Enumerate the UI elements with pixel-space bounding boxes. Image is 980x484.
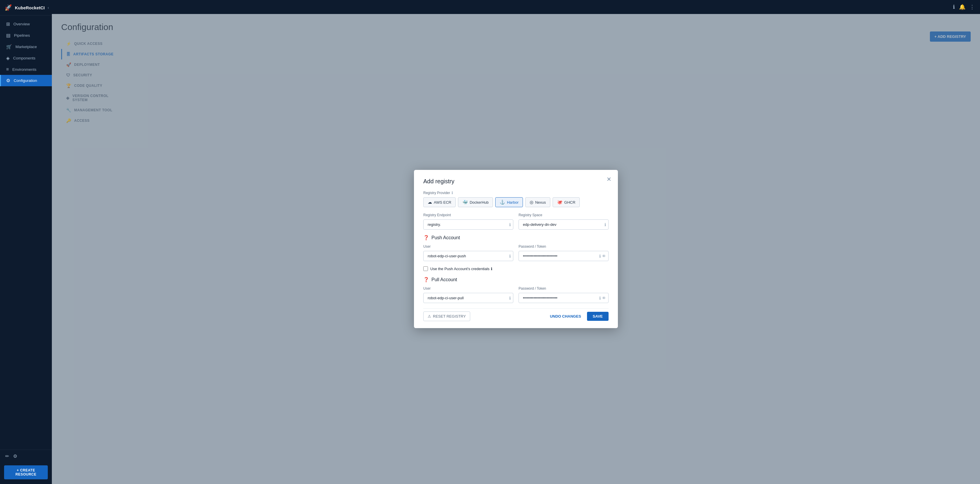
registry-endpoint-group: Registry Endpoint ℹ <box>423 213 513 229</box>
pull-credentials-row: User ℹ Password / Token ℹ <box>423 287 609 303</box>
endpoint-space-row: Registry Endpoint ℹ Registry Space <box>423 213 609 229</box>
footer-right: UNDO CHANGES SAVE <box>547 312 609 321</box>
push-help-icon[interactable]: ❓ <box>423 235 429 240</box>
environments-icon: ≡ <box>6 67 9 72</box>
push-password-eye-icon[interactable]: 👁 <box>602 254 606 258</box>
dialog-title: Add registry <box>423 178 609 185</box>
sidebar-label-marketplace: Marketplace <box>16 45 37 49</box>
provider-ghcr[interactable]: 🐙 GHCR <box>553 197 580 207</box>
sidebar-label-configuration: Configuration <box>14 78 37 83</box>
use-push-credentials-label[interactable]: Use the Push Account's credentials ℹ <box>430 267 492 271</box>
collapse-icon[interactable]: ‹ <box>48 5 49 10</box>
pull-password-group: Password / Token ℹ 👁 <box>519 287 609 303</box>
more-icon[interactable]: ⋮ <box>969 4 975 10</box>
push-user-group: User ℹ <box>423 245 513 261</box>
sidebar-item-environments[interactable]: ≡ Environments <box>0 64 52 75</box>
sidebar-item-components[interactable]: ◈ Components <box>0 53 52 64</box>
endpoint-input-wrap: ℹ <box>423 220 513 229</box>
harbor-icon: ⚓ <box>500 200 505 205</box>
aws-ecr-icon: ☁ <box>428 200 432 205</box>
pull-password-input-wrap: ℹ 👁 <box>519 293 609 303</box>
sidebar-item-pipelines[interactable]: ▤ Pipelines <box>0 30 52 41</box>
ghcr-icon: 🐙 <box>557 200 563 205</box>
provider-info-icon[interactable]: ℹ <box>452 191 453 195</box>
push-user-input[interactable] <box>426 251 509 261</box>
provider-aws-ecr[interactable]: ☁ AWS ECR <box>423 197 456 207</box>
logo-icon: 🚀 <box>5 4 12 11</box>
provider-harbor[interactable]: ⚓ Harbor <box>495 197 523 207</box>
pull-password-eye-icon[interactable]: 👁 <box>602 296 606 301</box>
pencil-icon[interactable]: ✏ <box>5 454 9 459</box>
main-area: ℹ 🔔 ⋮ Configuration ⚡ QUICK ACCESS 🗄 ART… <box>52 0 980 484</box>
dockerhub-icon: 🐳 <box>462 200 468 205</box>
sidebar-item-configuration[interactable]: ⚙ Configuration <box>0 75 52 86</box>
push-password-input[interactable] <box>521 251 599 261</box>
undo-changes-button[interactable]: UNDO CHANGES <box>547 312 584 321</box>
provider-dockerhub[interactable]: 🐳 DockerHub <box>458 197 493 207</box>
push-account-title: ❓ Push Account <box>423 235 609 240</box>
nexus-icon: ◎ <box>530 200 533 205</box>
pull-user-input[interactable] <box>426 293 509 303</box>
registry-space-input[interactable] <box>521 220 605 229</box>
push-credentials-row: User ℹ Password / Token ℹ <box>423 245 609 261</box>
sidebar: 🚀 KubeRocketCI ‹ ⊞ Overview ▤ Pipelines … <box>0 0 52 484</box>
pull-user-group: User ℹ <box>423 287 513 303</box>
reset-icon: ⚠ <box>428 314 431 318</box>
space-info-icon[interactable]: ℹ <box>605 222 606 227</box>
sidebar-header: 🚀 KubeRocketCI ‹ <box>0 0 52 16</box>
pull-password-label: Password / Token <box>519 287 609 291</box>
pull-user-input-wrap: ℹ <box>423 293 513 303</box>
registry-provider-label: Registry Provider ℹ <box>423 191 609 195</box>
configuration-icon: ⚙ <box>6 78 10 83</box>
registry-endpoint-input[interactable] <box>426 220 509 229</box>
space-input-wrap: ℹ <box>519 220 609 229</box>
push-password-group: Password / Token ℹ 👁 <box>519 245 609 261</box>
sidebar-label-overview: Overview <box>13 22 30 26</box>
push-password-input-wrap: ℹ 👁 <box>519 251 609 261</box>
pull-password-input[interactable] <box>521 293 599 303</box>
push-user-label: User <box>423 245 513 248</box>
pipelines-icon: ▤ <box>6 33 11 38</box>
pull-password-info-icon[interactable]: ℹ <box>599 296 601 301</box>
dialog-footer: ⚠ RESET REGISTRY UNDO CHANGES SAVE <box>423 308 609 321</box>
add-registry-dialog: Add registry ✕ Registry Provider ℹ ☁ AWS… <box>414 170 618 328</box>
sidebar-nav: ⊞ Overview ▤ Pipelines 🛒 Marketplace ◈ C… <box>0 16 52 450</box>
content-area: Configuration ⚡ QUICK ACCESS 🗄 ARTIFACTS… <box>52 14 980 484</box>
topbar: ℹ 🔔 ⋮ <box>52 0 980 14</box>
push-creds-info-icon[interactable]: ℹ <box>491 267 492 271</box>
sidebar-footer: ✏ ⚙ <box>0 450 52 462</box>
push-user-input-wrap: ℹ <box>423 251 513 261</box>
push-password-label: Password / Token <box>519 245 609 248</box>
sidebar-label-components: Components <box>13 56 35 61</box>
bell-icon[interactable]: 🔔 <box>959 4 966 10</box>
app-title: KubeRocketCI <box>15 5 45 10</box>
provider-nexus[interactable]: ◎ Nexus <box>525 197 550 207</box>
pull-account-title: ❓ Pull Account <box>423 277 609 282</box>
endpoint-info-icon[interactable]: ℹ <box>509 222 511 227</box>
create-resource-label: + CREATE RESOURCE <box>8 468 44 476</box>
pull-user-info-icon[interactable]: ℹ <box>509 296 511 301</box>
create-resource-button[interactable]: + CREATE RESOURCE <box>4 465 48 479</box>
dialog-close-button[interactable]: ✕ <box>606 176 611 183</box>
sidebar-item-marketplace[interactable]: 🛒 Marketplace <box>0 41 52 53</box>
components-icon: ◈ <box>6 56 10 61</box>
overview-icon: ⊞ <box>6 21 10 27</box>
registry-providers: ☁ AWS ECR 🐳 DockerHub ⚓ Harbor ◎ Nexus <box>423 197 609 207</box>
pull-help-icon[interactable]: ❓ <box>423 277 429 282</box>
push-user-info-icon[interactable]: ℹ <box>509 254 511 258</box>
registry-space-group: Registry Space ℹ <box>519 213 609 229</box>
gear-icon[interactable]: ⚙ <box>13 454 17 459</box>
sidebar-item-overview[interactable]: ⊞ Overview <box>0 18 52 30</box>
endpoint-label: Registry Endpoint <box>423 213 513 217</box>
modal-overlay[interactable]: Add registry ✕ Registry Provider ℹ ☁ AWS… <box>52 14 980 484</box>
info-icon[interactable]: ℹ <box>953 4 955 10</box>
space-label: Registry Space <box>519 213 609 217</box>
reset-registry-button[interactable]: ⚠ RESET REGISTRY <box>423 312 470 321</box>
sidebar-label-environments: Environments <box>12 67 37 72</box>
push-password-info-icon[interactable]: ℹ <box>599 254 601 258</box>
use-push-credentials-row: Use the Push Account's credentials ℹ <box>423 266 609 271</box>
save-button[interactable]: SAVE <box>587 312 609 321</box>
use-push-credentials-checkbox[interactable] <box>423 266 428 271</box>
marketplace-icon: 🛒 <box>6 44 12 49</box>
pull-user-label: User <box>423 287 513 291</box>
